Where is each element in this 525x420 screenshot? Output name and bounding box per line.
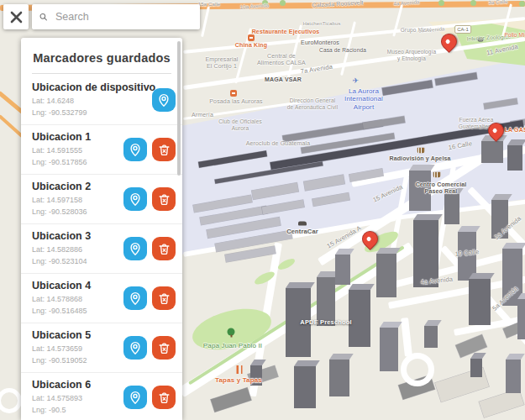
marker-longitude: Lng: -90.519052 [32, 355, 91, 367]
map-label: LA GASTR [505, 127, 525, 134]
basket-icon [433, 172, 441, 178]
close-button[interactable] [3, 4, 29, 29]
map-road [201, 6, 210, 37]
map-label: MAGA VSAR [265, 76, 302, 83]
map-label: Pollo Miguel [504, 32, 525, 39]
locate-marker-button[interactable] [123, 138, 147, 161]
map-pin-icon [128, 291, 143, 306]
locate-marker-button[interactable] [123, 237, 147, 260]
marker-longitude: Lng: -90.523104 [32, 256, 91, 268]
airplane-icon: ✈ [353, 77, 360, 85]
marker-latitude: Lat: 14.575893 [32, 393, 91, 405]
map-pin-icon [128, 390, 143, 405]
map-label: Dirección General de Aeronáutica Civil [287, 97, 338, 110]
route-shield-badge: CA-1 [454, 25, 471, 34]
building-3d [507, 145, 522, 171]
map-label: HatchenTicabus [302, 21, 340, 27]
delete-marker-button[interactable] [152, 138, 176, 161]
building-3d [380, 328, 398, 371]
building-3d [424, 326, 438, 348]
panel-scrollbar[interactable] [177, 41, 181, 176]
building-3d [517, 299, 525, 339]
close-icon [10, 11, 23, 24]
hotel-icon [230, 90, 237, 97]
trash-icon [157, 391, 171, 405]
marker-latitude: Lat: 14.6248 [32, 96, 152, 108]
marker-name: Ubicacion 2 [32, 181, 91, 192]
locate-marker-button[interactable] [123, 187, 147, 211]
search-bar[interactable] [32, 4, 200, 29]
car-icon [298, 222, 307, 226]
marker-latitude: Lat: 14.582886 [32, 244, 91, 256]
building-3d [444, 194, 459, 224]
map-label: Central de Alimentos CALSA [257, 53, 306, 67]
map-label: Restaurante Ejecutivos [252, 29, 320, 35]
map-label: EuroMonteros [301, 39, 339, 46]
park-green [519, 1, 525, 7]
marker-name: Ubicacion 4 [32, 280, 91, 291]
marker-name: Ubicacion 1 [32, 131, 91, 143]
map-label: Radiovisión y Apelsa [389, 155, 450, 162]
delete-marker-button[interactable] [152, 286, 176, 310]
marker-longitude: Lng: -90.516485 [32, 306, 91, 318]
hotel-icon [248, 34, 255, 41]
map-label: Posada las Auroras [209, 98, 262, 105]
building-3d [335, 255, 350, 285]
trash-icon [157, 291, 171, 306]
map-label: Aeroclub de Guatemala [246, 140, 311, 147]
delete-marker-button[interactable] [152, 336, 176, 360]
saved-markers-panel: Marcadores guardados Ubicacion de dispos… [21, 38, 182, 420]
marker-latitude: Lat: 14.597158 [32, 195, 91, 207]
marker-list-item: Ubicacion 5 Lat: 14.573659 Lng: -90.5190… [21, 323, 182, 373]
building-3d [506, 360, 521, 393]
tree-icon [228, 328, 235, 336]
building-3d [376, 254, 396, 297]
map-label: Casa de Racionda [319, 47, 366, 54]
building-3d [470, 359, 482, 377]
map-pin-icon [128, 340, 143, 355]
map-label: Empresarial El Cortijo 1 [206, 56, 239, 71]
restaurant-icon [237, 365, 243, 374]
marker-list: Ubicacion de dispositivo Lat: 14.6248 Ln… [21, 76, 182, 420]
roundabout-road [401, 353, 434, 386]
marker-list-item: Ubicacion 6 Lat: 14.575893 Lng: -90.5 [21, 373, 182, 420]
locate-marker-button[interactable] [123, 336, 147, 360]
map-label: 3a Calle [488, 0, 508, 6]
basket-icon [417, 148, 425, 154]
map-road [401, 318, 412, 357]
map-pin-icon [128, 192, 143, 207]
marker-list-item: Ubicacion de dispositivo Lat: 14.6248 Ln… [21, 76, 182, 125]
map-label: 15a Calle [198, 2, 221, 8]
building-3d [329, 360, 349, 396]
marker-name: Ubicacion 3 [32, 230, 91, 242]
trash-icon [157, 143, 171, 157]
marker-list-item: Ubicacion 4 Lat: 14.578868 Lng: -90.5164… [21, 274, 182, 323]
marker-list-item: Ubicacion 2 Lat: 14.597158 Lng: -90.5280… [21, 175, 182, 224]
park-green [470, 0, 476, 6]
marker-latitude: Lat: 14.591555 [32, 145, 91, 157]
marker-longitude: Lng: -90.517856 [32, 157, 91, 169]
divider [32, 73, 171, 74]
locate-marker-button[interactable] [123, 386, 147, 409]
marker-list-item: Ubicacion 1 Lat: 14.591555 Lng: -90.5178… [21, 125, 182, 175]
map-pin-icon [156, 92, 171, 108]
map-label: Papa Juan Pablo II [203, 342, 262, 349]
locate-marker-button[interactable] [123, 286, 147, 310]
locate-marker-button[interactable] [152, 88, 176, 112]
park-green [280, 0, 286, 6]
marker-longitude: Lng: -90.528036 [32, 207, 91, 218]
delete-marker-button[interactable] [152, 237, 176, 260]
marker-list-item: Ubicacion 3 Lat: 14.582886 Lng: -90.5231… [21, 224, 182, 274]
search-input[interactable] [54, 10, 192, 24]
building-3d [294, 366, 316, 408]
delete-marker-button[interactable] [152, 386, 176, 409]
marker-longitude: Lng: -90.5 [32, 405, 91, 417]
marker-name: Ubicacion 5 [32, 329, 91, 341]
marker-name: Ubicacion 6 [32, 379, 91, 391]
park-green [438, 0, 444, 6]
trash-icon [157, 192, 171, 207]
delete-marker-button[interactable] [152, 187, 176, 211]
panel-title: Marcadores guardados [21, 38, 182, 73]
building-3d [481, 141, 503, 163]
map-label: Armería [192, 112, 213, 118]
